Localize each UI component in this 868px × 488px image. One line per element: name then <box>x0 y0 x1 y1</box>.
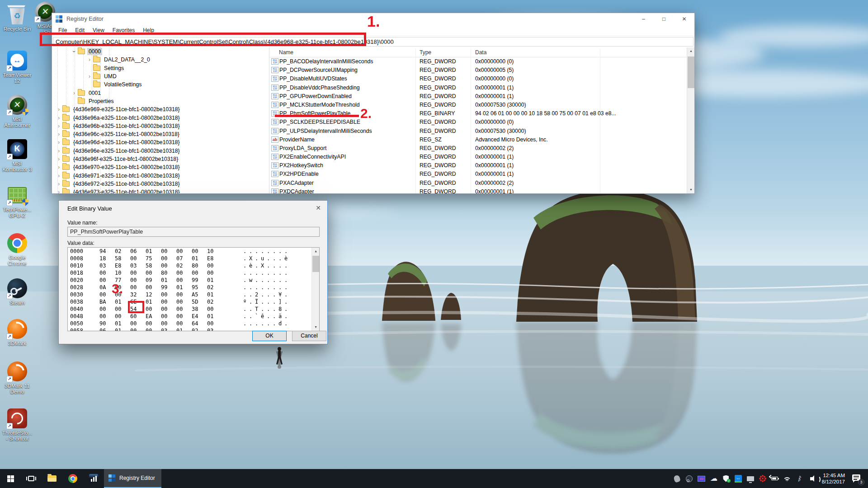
hex-byte[interactable]: 00 <box>130 277 146 284</box>
hex-row[interactable]: 00400000540000003800..T...8. <box>68 305 319 313</box>
hex-byte[interactable]: 00 <box>130 320 146 327</box>
chevron-collapsed-icon[interactable]: › <box>55 114 62 122</box>
hex-row[interactable]: 0030000032120000A501..2...¥. <box>68 291 319 298</box>
pen-input-tray-icon[interactable] <box>673 474 682 483</box>
hex-row[interactable]: 001003E8035800028000.è.X.... <box>68 262 319 269</box>
hex-byte[interactable]: 00 <box>161 255 176 262</box>
hex-byte[interactable]: E8 <box>115 262 130 269</box>
chrome-taskbar-button[interactable] <box>62 469 83 488</box>
hex-byte[interactable]: 00 <box>192 248 207 255</box>
hex-row[interactable]: 0038BA01CE0100005D02º.Ï...]. <box>68 298 319 305</box>
hex-byte[interactable]: 00 <box>161 320 176 327</box>
value-row[interactable]: 011110PP_BACODelayIntervalInMilliSeconds… <box>269 57 687 66</box>
hex-byte[interactable]: 00 <box>207 269 222 277</box>
scroll-down-icon[interactable]: ▼ <box>312 324 320 331</box>
hex-byte[interactable]: 00 <box>176 291 192 298</box>
hex-byte[interactable]: 80 <box>161 269 176 277</box>
value-row[interactable]: 011110PP_ULPSDelayIntervalInMilliSeconds… <box>269 127 687 136</box>
tree-row[interactable]: ›{4d36e972-e325-11ce-bfc1-08002be10318} <box>52 180 269 188</box>
teamviewer-tray-icon[interactable]: ↔ <box>734 474 743 483</box>
value-row[interactable]: 011110PP_SCLKDEEPSLEEPDISABLEREG_DWORD0x… <box>269 118 687 127</box>
value-row[interactable]: 011110PX2HPDEnableREG_DWORD0x00000001 (1… <box>269 170 687 178</box>
action-center-button[interactable]: 3 <box>851 473 863 484</box>
hex-byte[interactable]: 64 <box>192 320 207 327</box>
hex-byte[interactable]: 00 <box>207 262 222 269</box>
power-tray-icon[interactable] <box>770 474 779 483</box>
hex-byte[interactable]: 01 <box>176 284 192 291</box>
hex-byte[interactable]: 99 <box>192 277 207 284</box>
hex-byte[interactable]: 01 <box>207 291 222 298</box>
desktop-icon-techpowerup-gpu-z[interactable]: ↗TechPowe...GPU-Z <box>0 185 34 219</box>
tree-row[interactable]: ›{4d36e969-e325-11ce-bfc1-08002be10318} <box>52 105 269 113</box>
desktop-icon-throttlestop-shortcut[interactable]: ↗ThrottleSto...- Shortcut <box>0 408 34 442</box>
hex-byte[interactable]: 5D <box>192 298 207 305</box>
tree-row[interactable]: ›{4d36e971-e325-11ce-bfc1-08002be10318} <box>52 171 269 179</box>
hex-editor[interactable]: 00009402060100000010........000818580075… <box>67 247 320 331</box>
column-header-name[interactable]: Name <box>279 47 293 57</box>
desktop-icon-3dmark-11-demo[interactable]: ↗3DMark 11Demo <box>0 361 34 395</box>
hex-byte[interactable]: 00 <box>176 248 192 255</box>
hex-byte[interactable]: 58 <box>115 255 130 262</box>
hex-byte[interactable]: 00 <box>161 291 176 298</box>
tree-row[interactable]: ›{4d36e96c-e325-11ce-bfc1-08002be10318} <box>52 130 269 138</box>
hex-byte[interactable]: 06 <box>130 248 146 255</box>
chevron-collapsed-icon[interactable]: › <box>86 56 93 63</box>
hex-byte[interactable]: 03 <box>99 262 115 269</box>
value-row[interactable]: 011110PP_DisableVddcPhaseSheddingREG_DWO… <box>269 84 687 92</box>
tree-row[interactable]: ›UMD <box>52 72 269 80</box>
hex-byte[interactable]: 00 <box>146 269 161 277</box>
column-header-data[interactable]: Data <box>475 47 486 57</box>
tree-row[interactable]: ›{4d36e96d-e325-11ce-bfc1-08002be10318} <box>52 138 269 146</box>
start-button[interactable] <box>0 469 21 488</box>
tree-row[interactable]: ›0000 <box>52 47 269 56</box>
hex-byte[interactable]: 01 <box>207 277 222 284</box>
chevron-collapsed-icon[interactable]: › <box>55 106 62 113</box>
hex-byte[interactable]: 80 <box>192 262 207 269</box>
tree-row[interactable]: ›DAL2_DATA__2_0 <box>52 56 269 64</box>
hex-row[interactable]: 00509001000000006400......d. <box>68 320 319 327</box>
value-row[interactable]: 011110PXACAdapterREG_DWORD0x00000002 (2) <box>269 179 687 188</box>
tree-row[interactable]: ›{4d36e96b-e325-11ce-bfc1-08002be10318} <box>52 122 269 130</box>
chevron-collapsed-icon[interactable]: › <box>55 122 62 130</box>
hex-byte[interactable]: 00 <box>161 298 176 305</box>
scrollbar-thumb[interactable] <box>312 256 319 272</box>
hex-byte[interactable]: 01 <box>207 313 222 320</box>
value-row[interactable]: 011110PP_MCLKStutterModeThresholdREG_DWO… <box>269 101 687 109</box>
hex-byte[interactable]: 75 <box>146 255 161 262</box>
hex-byte[interactable]: 02 <box>207 298 222 305</box>
chevron-collapsed-icon[interactable]: › <box>71 89 78 97</box>
hex-byte[interactable]: 00 <box>99 313 115 320</box>
hex-byte[interactable]: 01 <box>115 327 130 331</box>
desktop-icon-3dmark[interactable]: ↗3DMark <box>0 319 34 347</box>
chevron-collapsed-icon[interactable]: › <box>55 164 62 171</box>
hex-byte[interactable]: 02 <box>176 262 192 269</box>
hex-byte[interactable]: E8 <box>207 255 222 262</box>
hex-byte[interactable]: 00 <box>161 313 176 320</box>
value-name-field[interactable]: PP_PhmSoftPowerPlayTable <box>67 227 320 237</box>
tree-row[interactable]: Properties <box>52 97 269 105</box>
value-row[interactable]: 011110ProxyLDA_SupportREG_DWORD0x0000000… <box>269 144 687 153</box>
registry-editor-task-button[interactable]: Registry Editor <box>104 469 161 488</box>
wifi-tray-icon[interactable] <box>783 474 792 483</box>
chevron-collapsed-icon[interactable]: › <box>55 155 62 163</box>
hex-byte[interactable]: 00 <box>176 277 192 284</box>
hex-byte[interactable]: 01 <box>176 327 192 331</box>
hex-row[interactable]: 00180010000080000000........ <box>68 269 319 277</box>
hex-byte[interactable]: E4 <box>192 313 207 320</box>
hex-byte[interactable]: 02 <box>115 248 130 255</box>
value-row[interactable]: 011110PX2HotkeySwitchREG_DWORD0x00000001… <box>269 161 687 170</box>
hex-byte[interactable]: 00 <box>115 313 130 320</box>
hex-byte[interactable]: 02 <box>207 284 222 291</box>
hex-vertical-scrollbar[interactable]: ▲ ▼ <box>311 248 319 331</box>
tree-row[interactable]: ›{4d36e970-e325-11ce-bfc1-08002be10318} <box>52 163 269 171</box>
desktop-icon-msi-afterburner[interactable]: ✕↗MSIAfterburner <box>0 95 34 128</box>
rtss-fps-tray-icon[interactable]: 60 <box>697 474 706 483</box>
hex-byte[interactable]: EA <box>146 313 161 320</box>
values-column-header[interactable]: Name Type Data <box>269 47 687 57</box>
hex-byte[interactable]: 00 <box>99 305 115 313</box>
amd-tray-icon[interactable] <box>758 474 767 483</box>
scrollbar-thumb[interactable] <box>688 56 694 88</box>
chevron-collapsed-icon[interactable]: › <box>86 73 93 80</box>
hex-byte[interactable]: 00 <box>161 248 176 255</box>
hex-byte[interactable]: 10 <box>207 248 222 255</box>
